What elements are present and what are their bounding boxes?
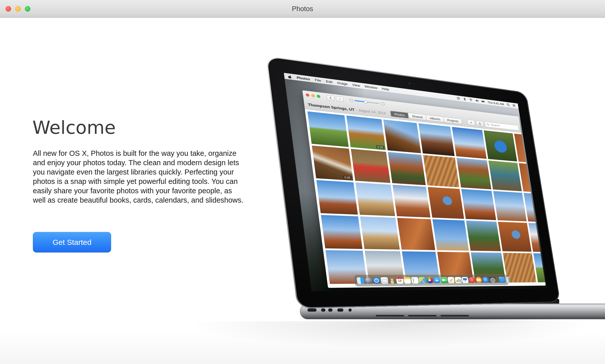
menu-bar-status-area: Thu 9:41 AM	[456, 96, 516, 107]
menu-item: Photos	[297, 76, 310, 81]
photo-thumbnail	[493, 191, 527, 221]
dock-app-icon	[419, 277, 426, 283]
macbook-lid: PhotosFileEditImageViewWindowHelp	[266, 56, 560, 309]
dock-app-icon	[403, 277, 411, 284]
thunderbolt-port	[328, 308, 332, 312]
view-tab: Photos	[390, 111, 409, 118]
photo-thumbnail	[351, 149, 390, 183]
view-tab: Shared	[408, 113, 426, 120]
dock-app-icon	[475, 277, 482, 283]
dock-app-icon	[462, 277, 469, 283]
photo-thumbnail	[498, 222, 532, 252]
video-duration-badge: 0:20	[343, 176, 352, 180]
time-machine-icon	[456, 97, 461, 100]
battery-icon	[481, 100, 485, 103]
dock-app-icon	[489, 277, 496, 283]
dock-app-icon	[496, 276, 498, 284]
photo-thumbnail	[466, 221, 501, 251]
bluetooth-icon	[463, 97, 467, 101]
back-button	[326, 95, 335, 101]
view-tab: Projects	[443, 117, 462, 124]
photo-thumbnail	[488, 161, 522, 191]
floor-shadow	[89, 321, 605, 364]
dock-app-icon	[440, 277, 448, 283]
menu-item: File	[315, 78, 321, 82]
photo-thumbnail	[528, 223, 546, 252]
minimize-icon	[311, 94, 315, 97]
photo-thumbnail	[428, 187, 464, 219]
photo-thumbnail	[514, 134, 546, 164]
magsafe-port	[307, 308, 317, 312]
screen-bezel: PhotosFileEditImageViewWindowHelp	[267, 57, 559, 308]
wifi-icon	[469, 98, 473, 102]
dock-app-icon	[365, 277, 373, 284]
photo-thumbnail	[321, 215, 362, 249]
photo-grid: 0:16 0:20	[305, 109, 546, 288]
photo-thumbnail	[356, 182, 395, 216]
dock-app-icon	[380, 277, 388, 284]
menu-item: Image	[337, 81, 348, 86]
dock-app-icon: A	[482, 277, 489, 283]
photo-thumbnail	[456, 158, 491, 189]
spotlight-icon	[506, 103, 510, 106]
menu-bar-clock: Thu 9:41 AM	[487, 100, 504, 106]
video-duration-badge: 0:16	[376, 145, 385, 149]
menu-item: Edit	[326, 79, 333, 84]
dock-app-icon: 16	[396, 277, 404, 284]
zoom-icon	[317, 95, 320, 98]
dock-app-icon: ♪	[468, 277, 475, 283]
close-icon	[306, 93, 309, 97]
zoom-slider-knob	[364, 100, 367, 104]
photo-thumbnail	[524, 193, 546, 223]
photo-thumbnail: 0:16	[346, 116, 386, 150]
photo-thumbnail	[432, 219, 469, 251]
dock-app-icon	[411, 277, 419, 283]
photos-app-window: Thompson Springs, UT›August 24, 2014 Pho…	[302, 90, 546, 288]
apple-logo-icon	[287, 74, 292, 79]
photo-thumbnail	[316, 180, 358, 215]
breadcrumb-date: August 24, 2014	[358, 108, 386, 115]
photo-thumbnail	[388, 152, 426, 185]
headphone-port	[348, 308, 352, 312]
menu-items: PhotosFileEditImageViewWindowHelp	[297, 76, 389, 91]
dock-app-icon	[433, 277, 441, 283]
speaker-vent	[376, 315, 404, 316]
dock-app-icon	[372, 277, 381, 284]
small-thumbnail-icon	[349, 99, 353, 102]
speaker-vent	[441, 315, 469, 316]
dock-app-icon	[426, 277, 433, 283]
speaker-vent	[408, 315, 436, 316]
photo-thumbnail	[519, 163, 546, 193]
photo-thumbnail	[461, 189, 496, 220]
dock-app-icon	[454, 277, 462, 283]
photo-thumbnail	[419, 123, 455, 156]
menu-item: Window	[364, 84, 378, 90]
dock-app-icon	[357, 277, 365, 284]
dock-app-icon	[447, 277, 455, 283]
desktop-wallpaper: PhotosFileEditImageViewWindowHelp	[284, 73, 548, 291]
menu-item: Help	[382, 87, 389, 91]
menu-item: View	[352, 83, 360, 87]
app-titlebar: Photos	[0, 0, 605, 18]
breadcrumb-chevron: ›	[356, 108, 358, 112]
facetime-camera-icon	[409, 82, 411, 84]
photo-thumbnail	[484, 130, 517, 161]
search-icon	[486, 123, 489, 126]
photo-thumbnail	[397, 218, 435, 250]
zoom-slider-track	[354, 100, 379, 104]
photo-thumbnail	[360, 217, 400, 250]
thunderbolt-port	[321, 308, 325, 312]
dock-app-icon: ↓	[498, 277, 505, 283]
share-button	[476, 121, 484, 126]
forward-button	[336, 96, 344, 102]
photo-thumbnail	[423, 155, 459, 187]
dock-app-icon	[388, 277, 396, 284]
notification-center-icon	[512, 104, 516, 107]
macbook-product-image: PhotosFileEditImageViewWindowHelp	[0, 0, 605, 364]
large-thumbnail-icon	[381, 102, 385, 105]
photo-thumbnail	[452, 127, 487, 159]
photo-thumbnail: 0:20	[312, 145, 353, 181]
dock-app-icon	[505, 277, 511, 283]
photo-thumbnail	[383, 119, 421, 153]
view-tab: Albums	[426, 115, 444, 122]
